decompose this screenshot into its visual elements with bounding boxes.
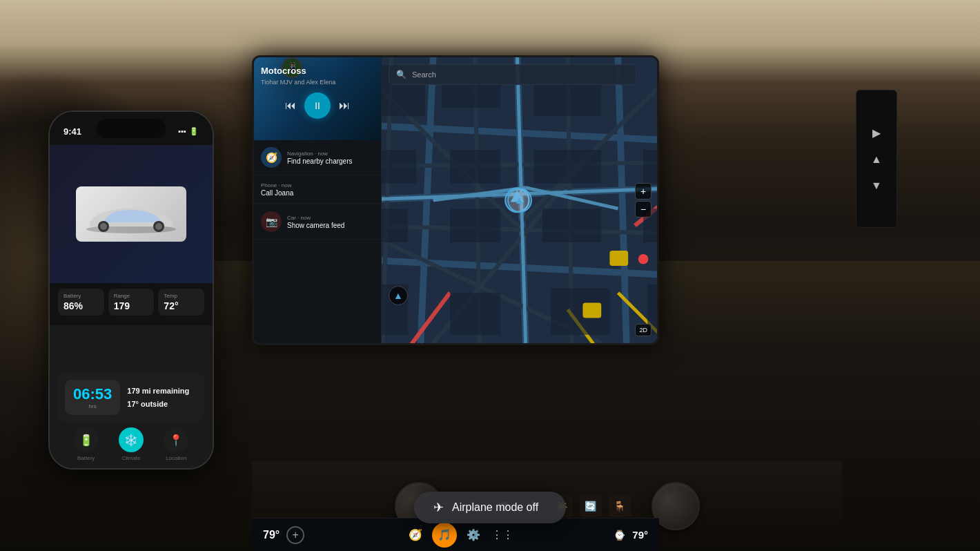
svg-point-4 bbox=[155, 223, 162, 230]
phone-screen: Battery 86% Range 179 Temp 72° 06:5 bbox=[50, 145, 213, 468]
phone-car-card bbox=[50, 145, 213, 283]
svg-rect-34 bbox=[382, 150, 416, 184]
navigation-arrow: ▲ bbox=[507, 188, 532, 213]
map-panel: 🔍 Search bbox=[382, 57, 657, 343]
map-2d-button[interactable]: 2D bbox=[635, 324, 651, 336]
stat-battery-label: Battery bbox=[63, 293, 99, 299]
settings-taskbar-button[interactable]: ⚙️ bbox=[461, 523, 486, 548]
airplane-icon: ✈ bbox=[433, 500, 444, 515]
music-card[interactable]: Motocross Tiohar MJV and Alex Elena ⏮ ⏸ … bbox=[254, 57, 381, 140]
range-detail1: 179 mi remaining bbox=[127, 387, 197, 395]
battery-icon-label: Battery bbox=[77, 455, 95, 461]
notif-car-action: Show camera feed bbox=[287, 222, 374, 229]
svg-rect-49 bbox=[582, 303, 601, 318]
stat-temp-value: 72° bbox=[164, 300, 199, 311]
assistant-icon: ⌚ bbox=[614, 530, 625, 541]
svg-rect-43 bbox=[450, 293, 500, 335]
notif-phone[interactable]: 📱 Phone · now Call Joana bbox=[254, 175, 381, 204]
toast-notification: ✈ Airplane mode off bbox=[414, 492, 566, 523]
music-controls: ⏮ ⏸ ⏭ bbox=[254, 86, 381, 126]
stat-temp: Temp 72° bbox=[158, 289, 204, 316]
rear-heat-button[interactable]: 🪑 bbox=[609, 495, 631, 517]
notif-nav-text: Navigation · now Find nearby chargers bbox=[287, 151, 374, 165]
range-details: 179 mi remaining 17° outside bbox=[127, 387, 197, 408]
range-detail2: 17° outside bbox=[127, 400, 197, 408]
search-icon: 🔍 bbox=[396, 70, 406, 79]
infotainment-screen: Motocross Tiohar MJV and Alex Elena ⏮ ⏸ … bbox=[252, 55, 659, 345]
nav-taskbar-button[interactable]: 🧭 bbox=[403, 523, 428, 548]
notif-navigation[interactable]: 🧭 Navigation · now Find nearby chargers bbox=[254, 140, 381, 175]
phone-icon-battery[interactable]: 🔋 Battery bbox=[74, 427, 99, 461]
svg-rect-37 bbox=[643, 150, 657, 184]
notif-phone-label: Phone · now bbox=[261, 182, 374, 188]
music-taskbar-button[interactable]: 🎵 bbox=[432, 523, 457, 548]
zoom-out-button[interactable]: − bbox=[635, 201, 651, 218]
search-placeholder: Search bbox=[412, 70, 436, 79]
phone-stats-row: Battery 86% Range 179 Temp 72° bbox=[58, 289, 204, 316]
car-image bbox=[76, 186, 186, 242]
svg-rect-40 bbox=[542, 209, 601, 242]
stat-battery: Battery 86% bbox=[58, 289, 104, 316]
phone-stats: Battery 86% Range 179 Temp 72° bbox=[50, 283, 213, 325]
phone-time: 9:41 bbox=[63, 126, 81, 137]
stat-temp-label: Temp bbox=[164, 293, 199, 299]
next-button[interactable]: ⏭ bbox=[339, 99, 350, 112]
car-svg bbox=[83, 200, 179, 235]
notif-car[interactable]: 📷 Car · now Show camera feed bbox=[254, 204, 381, 240]
map-search-bar[interactable]: 🔍 Search bbox=[389, 64, 636, 85]
play-pause-icon: ⏸ bbox=[313, 100, 322, 111]
recirculate-button[interactable]: 🔄 bbox=[580, 495, 602, 517]
music-artist: Tiohar MJV and Alex Elena bbox=[254, 79, 381, 86]
zoom-controls: + − bbox=[635, 183, 651, 218]
add-button[interactable]: + bbox=[286, 526, 304, 544]
stat-range-label: Range bbox=[114, 293, 149, 299]
stat-battery-value: 86% bbox=[63, 300, 99, 311]
stat-range-value: 179 bbox=[114, 300, 149, 311]
temperature-left: 79° bbox=[263, 529, 280, 541]
climate-circle-icon: ❄️ bbox=[119, 427, 144, 452]
media-forward-button[interactable]: ▶ bbox=[872, 126, 881, 139]
signal-icon: ▪▪▪ bbox=[178, 127, 186, 135]
notif-nav-action: Find nearby chargers bbox=[287, 157, 374, 165]
climate-icon-label: Climate bbox=[121, 455, 140, 461]
stat-range: Range 179 bbox=[108, 289, 155, 316]
phone-icon-location[interactable]: 📍 Location bbox=[164, 427, 188, 461]
notif-nav-label: Navigation · now bbox=[287, 151, 374, 157]
svg-rect-35 bbox=[450, 150, 500, 184]
notif-car-icon: 📷 bbox=[261, 211, 282, 232]
svg-rect-48 bbox=[609, 251, 628, 266]
compass-button[interactable]: ▲ bbox=[389, 286, 408, 305]
phone-icon-climate[interactable]: ❄️ Climate bbox=[119, 427, 144, 461]
svg-point-2 bbox=[100, 223, 107, 230]
zoom-in-button[interactable]: + bbox=[635, 183, 651, 200]
phone-device: 9:41 ▪▪▪ 🔋 bbox=[48, 110, 214, 470]
screen-physical-controls: ▶ ▲ ▼ bbox=[856, 90, 897, 228]
range-big-display: 06:53 hrs bbox=[65, 380, 120, 415]
media-up-button[interactable]: ▲ bbox=[871, 153, 882, 166]
location-icon-label: Location bbox=[166, 455, 186, 461]
notif-phone-action: Call Joana bbox=[261, 189, 374, 197]
svg-point-50 bbox=[638, 254, 649, 264]
phone-notch bbox=[97, 119, 166, 138]
media-down-button[interactable]: ▼ bbox=[871, 180, 882, 192]
svg-rect-38 bbox=[382, 209, 408, 242]
notif-nav-icon: 🧭 bbox=[261, 147, 282, 168]
taskbar-right: ⌚ 79° bbox=[614, 529, 648, 541]
range-unit: hrs bbox=[73, 403, 112, 409]
notif-car-label: Car · now bbox=[287, 215, 374, 221]
notif-phone-text: Phone · now Call Joana bbox=[261, 182, 374, 197]
toast-text: Airplane mode off bbox=[452, 501, 538, 514]
location-circle-icon: 📍 bbox=[164, 427, 188, 452]
prev-button[interactable]: ⏮ bbox=[285, 99, 296, 112]
notif-car-text: Car · now Show camera feed bbox=[287, 215, 374, 229]
phone-range-card: 06:53 hrs 179 mi remaining 17° outside bbox=[58, 373, 204, 422]
play-pause-button[interactable]: ⏸ bbox=[304, 93, 331, 119]
apps-taskbar-button[interactable]: ⋮⋮ bbox=[490, 523, 515, 548]
phone-bottom-section: 🔋 Battery ❄️ Climate 📍 Location bbox=[50, 427, 213, 461]
music-title: Motocross bbox=[254, 57, 381, 79]
battery-icon: 🔋 bbox=[189, 127, 199, 136]
svg-rect-39 bbox=[450, 209, 500, 242]
phone-area: 9:41 ▪▪▪ 🔋 bbox=[21, 110, 248, 511]
phone-status-icons: ▪▪▪ 🔋 bbox=[178, 127, 199, 136]
svg-rect-36 bbox=[534, 150, 601, 184]
